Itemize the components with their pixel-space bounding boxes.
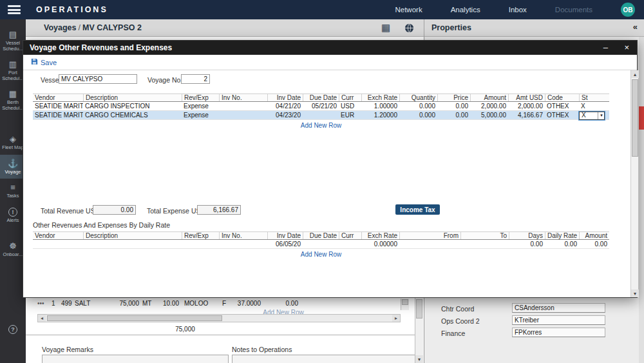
cell-description[interactable]: CARGO CHEMICALS (83, 111, 182, 120)
col-header-curr[interactable]: Curr (339, 232, 361, 239)
nav-inbox[interactable]: Inbox (509, 6, 527, 14)
vessel-input[interactable] (59, 74, 137, 84)
cell-curr[interactable]: USD (339, 102, 361, 110)
col-header-exchrate[interactable]: Exch Rate (361, 232, 399, 239)
scroll-down-icon[interactable]: ▾ (631, 289, 639, 297)
col-header-duedate[interactable]: Due Date (303, 232, 339, 239)
page-scroll-alert-thumb[interactable] (639, 106, 644, 130)
sidebar-item-alerts[interactable]: ! Alerts (0, 203, 26, 228)
col-header-vendor[interactable]: Vendor (33, 232, 83, 239)
dialog-titlebar[interactable]: Voyage Other Revenues and Expenses – × (23, 41, 637, 55)
cell-revexp[interactable] (182, 240, 219, 248)
cell-exchrate[interactable]: 1.20000 (361, 111, 399, 120)
collapse-panel-icon[interactable]: « (633, 22, 638, 32)
breadcrumb-section[interactable]: Voyages (44, 23, 77, 32)
cell-code[interactable]: OTHEX (545, 102, 579, 110)
cell-invdate[interactable]: 06/05/20 (267, 240, 303, 248)
col-header-to[interactable]: To (460, 232, 509, 239)
cell-vendor[interactable]: SEATIDE MARITIM (33, 111, 83, 120)
table-row-selected[interactable]: SEATIDE MARITIM CARGO CHEMICALS Expense … (33, 111, 609, 120)
cell-price[interactable]: 0.00 (437, 111, 470, 120)
notes-to-operations-input[interactable] (232, 355, 419, 363)
cargo-table-scrollbar[interactable] (401, 299, 409, 310)
cell-curr[interactable]: EUR (339, 111, 361, 120)
col-header-invdate[interactable]: Inv Date (267, 94, 303, 101)
hscroll-thumb[interactable] (47, 315, 222, 321)
dialog-scroll-thumb[interactable] (632, 79, 638, 157)
sidebar-item-fleet-map[interactable]: ◈ Fleet Map (0, 130, 26, 155)
cell-exchrate[interactable]: 1.00000 (361, 102, 399, 110)
minimize-icon[interactable]: – (603, 42, 608, 54)
income-tax-button[interactable]: Income Tax (395, 204, 440, 215)
nav-network[interactable]: Network (395, 6, 422, 14)
cell-description[interactable]: CARGO INSPECTION (83, 102, 182, 110)
page-scrollbar[interactable] (639, 37, 644, 363)
cargo-table-scroll-thumb[interactable] (402, 299, 408, 305)
sidebar-item-tasks[interactable]: ≡ Tasks (0, 179, 26, 203)
voyage-remarks-input[interactable] (42, 355, 229, 363)
cell-description[interactable] (83, 240, 182, 248)
scroll-down-icon[interactable]: ▾ (415, 355, 423, 363)
col-header-dailyrate[interactable]: Daily Rate (545, 232, 579, 239)
cell-amount[interactable]: 5,000.00 (470, 111, 508, 120)
cell-invno[interactable] (219, 102, 267, 110)
cell-dailyrate[interactable]: 0.00 (545, 240, 579, 248)
col-header-amount[interactable]: Amount (470, 94, 508, 101)
save-button[interactable]: Save (31, 58, 57, 66)
main-area-scroll-thumb[interactable] (416, 299, 422, 319)
sidebar-item-voyage[interactable]: ⚓ Voyage (0, 155, 26, 179)
dialog-scrollbar[interactable]: ▴ ▾ (630, 70, 638, 297)
table-row[interactable]: SEATIDE MARITIM CARGO INSPECTION Expense… (33, 102, 609, 111)
cell-price[interactable]: 0.00 (437, 102, 470, 110)
sidebar-item-onboard[interactable]: ☸ Onboar... (0, 237, 26, 262)
user-avatar[interactable]: OB (621, 3, 635, 17)
menu-icon[interactable] (8, 5, 21, 14)
scroll-right-icon[interactable]: ▸ (392, 315, 400, 322)
col-header-duedate[interactable]: Due Date (303, 94, 339, 101)
cell-code[interactable]: OTHEX (545, 111, 579, 120)
cell-revexp[interactable]: Expense (182, 111, 219, 120)
col-header-st[interactable]: St (579, 94, 609, 101)
scroll-left-icon[interactable]: ◂ (38, 315, 46, 322)
grid-view-icon[interactable]: ▦ (381, 23, 390, 33)
col-header-invdate[interactable]: Inv Date (267, 232, 303, 239)
col-header-days[interactable]: Days (509, 232, 545, 239)
cargo-hscrollbar[interactable]: ◂ ▸ (37, 314, 401, 322)
cell-days[interactable]: 0.00 (509, 240, 545, 248)
cell-from[interactable] (399, 240, 460, 248)
sidebar-item-port-schedule[interactable]: ▥ Port Schedul... (0, 55, 26, 85)
col-header-invno[interactable]: Inv No. (219, 94, 267, 101)
cell-revexp[interactable]: Expense (182, 102, 219, 110)
ops-coord-2-input[interactable] (512, 315, 605, 325)
cell-duedate[interactable] (303, 240, 339, 248)
col-header-curr[interactable]: Curr (339, 94, 361, 101)
col-header-from[interactable]: From (399, 232, 460, 239)
cell-st[interactable]: X (579, 102, 609, 110)
cell-quantity[interactable]: 0.000 (399, 102, 437, 110)
row-menu-icon[interactable]: ••• (37, 300, 44, 307)
col-header-quantity[interactable]: Quantity (399, 94, 437, 101)
cell-amount[interactable]: 0.00 (579, 240, 609, 248)
cell-duedate[interactable]: 05/21/20 (303, 102, 339, 110)
col-header-description[interactable]: Description (83, 232, 182, 239)
cell-duedate[interactable] (303, 111, 339, 120)
cell-curr[interactable] (339, 240, 361, 248)
col-header-amount[interactable]: Amount (579, 232, 609, 239)
close-icon[interactable]: × (624, 42, 629, 54)
sidebar-item-vessel-schedule[interactable]: ▤ Vessel Schedu... (0, 26, 26, 55)
col-header-amtusd[interactable]: Amt USD (508, 94, 545, 101)
scroll-up-icon[interactable]: ▴ (631, 70, 639, 78)
cell-invno[interactable] (219, 111, 267, 120)
cell-amtusd[interactable]: 4,166.67 (508, 111, 545, 120)
help-icon[interactable]: ? (8, 325, 17, 334)
col-header-vendor[interactable]: Vendor (33, 94, 83, 101)
cell-vendor[interactable] (33, 240, 83, 248)
col-header-price[interactable]: Price (437, 94, 470, 101)
cell-amount[interactable]: 2,000.00 (470, 102, 508, 110)
cell-vendor[interactable]: SEATIDE MARITIM (33, 102, 83, 110)
cell-exchrate[interactable]: 0.00000 (361, 240, 399, 248)
cell-quantity[interactable]: 0.000 (399, 111, 437, 120)
sidebar-item-berth-schedule[interactable]: ▦ Berth Schedul... (0, 85, 26, 115)
cell-invno[interactable] (219, 240, 267, 248)
col-header-revexp[interactable]: Rev/Exp (182, 94, 219, 101)
